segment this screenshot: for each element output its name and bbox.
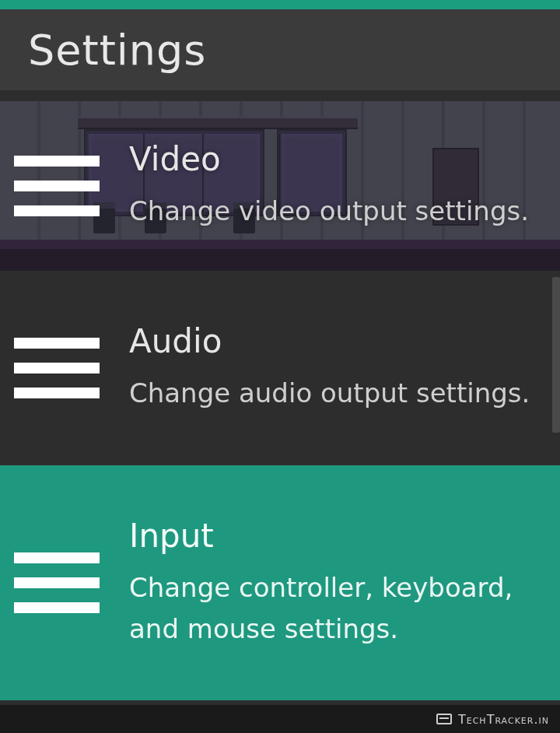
settings-item-title: Audio bbox=[129, 322, 541, 360]
settings-item-desc: Change audio output settings. bbox=[129, 373, 541, 414]
settings-item-title: Input bbox=[129, 517, 541, 555]
scrollbar[interactable] bbox=[552, 277, 560, 433]
icon-bar bbox=[14, 602, 100, 613]
settings-header: Settings bbox=[0, 9, 560, 90]
icon-bar bbox=[14, 181, 100, 191]
footer-watermark: TechTracker.in bbox=[0, 705, 560, 733]
settings-item-input[interactable]: Input Change controller, keyboard, and m… bbox=[0, 465, 560, 700]
page-title: Settings bbox=[28, 26, 206, 75]
settings-item-video[interactable]: Video Change video output settings. bbox=[0, 101, 560, 271]
settings-list: Video Change video output settings. Audi… bbox=[0, 90, 560, 705]
settings-item-desc: Change video output settings. bbox=[129, 191, 541, 232]
icon-bar bbox=[14, 388, 100, 398]
hamburger-icon bbox=[14, 156, 100, 216]
hamburger-icon bbox=[14, 552, 100, 613]
settings-item-text: Audio Change audio output settings. bbox=[129, 322, 541, 414]
icon-bar bbox=[14, 577, 100, 588]
accent-strip bbox=[0, 0, 560, 9]
settings-item-desc: Change controller, keyboard, and mouse s… bbox=[129, 567, 541, 649]
hamburger-icon bbox=[14, 338, 100, 398]
settings-item-title: Video bbox=[129, 140, 541, 178]
icon-bar bbox=[14, 205, 100, 216]
settings-item-audio[interactable]: Audio Change audio output settings. bbox=[0, 271, 560, 465]
settings-item-text: Video Change video output settings. bbox=[129, 140, 541, 232]
icon-bar bbox=[14, 363, 100, 374]
watermark-icon bbox=[436, 714, 452, 724]
icon-bar bbox=[14, 338, 100, 349]
icon-bar bbox=[14, 552, 100, 563]
icon-bar bbox=[14, 156, 100, 167]
watermark-text: TechTracker.in bbox=[458, 712, 549, 727]
settings-item-text: Input Change controller, keyboard, and m… bbox=[129, 517, 541, 649]
